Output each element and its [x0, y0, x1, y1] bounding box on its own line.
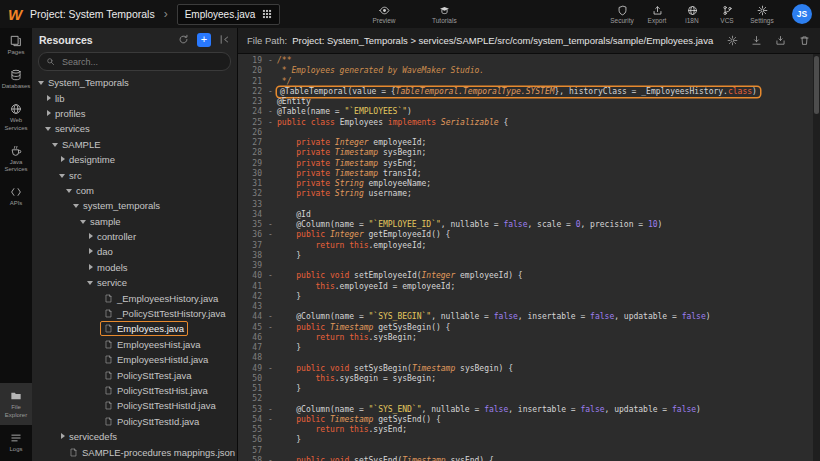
topbar-item-settings[interactable]: Settings	[750, 5, 774, 24]
settings-icon[interactable]	[727, 35, 738, 46]
code-line-52[interactable]: 52	[237, 394, 820, 404]
code-line-46[interactable]: 46 return this.sysBegin;	[237, 333, 820, 343]
tree-item-dao[interactable]: dao	[32, 244, 237, 259]
activity-item-pages[interactable]: Pages	[0, 28, 32, 62]
activity-item-file-explorer[interactable]: File Explorer	[0, 383, 32, 424]
code-line-54[interactable]: 54- public Timestamp getSysEnd() {	[237, 415, 820, 425]
tree-item-com[interactable]: com	[32, 183, 237, 198]
search-input[interactable]	[60, 56, 223, 68]
activity-item-java-services[interactable]: Java Services	[0, 138, 32, 179]
search-box[interactable]	[38, 52, 231, 71]
wavemaker-logo[interactable]: W	[0, 0, 30, 28]
caret-down-icon[interactable]	[72, 202, 80, 210]
fold-marker-icon[interactable]: -	[264, 312, 277, 322]
fold-marker-icon[interactable]: -	[264, 364, 277, 374]
fold-marker-icon[interactable]: -	[264, 405, 277, 415]
fold-marker-icon[interactable]: -	[264, 230, 277, 240]
code-line-56[interactable]: 56 }	[237, 435, 820, 445]
tree-item-src[interactable]: src	[32, 167, 237, 182]
file-tab[interactable]: Employees.java	[177, 4, 281, 25]
code-line-22[interactable]: 22-@TableTemporal(value = {TableTemporal…	[237, 87, 820, 97]
caret-right-icon[interactable]	[86, 263, 94, 271]
code-line-34[interactable]: 34 @Id	[237, 210, 820, 220]
code-line-27[interactable]: 27 private Integer employeeId;	[237, 138, 820, 148]
code-line-38[interactable]: 38 }	[237, 251, 820, 261]
fold-marker-icon[interactable]: -	[264, 56, 277, 66]
code-line-33[interactable]: 33	[237, 200, 820, 210]
fold-marker-icon[interactable]: -	[264, 118, 277, 128]
code-line-30[interactable]: 30 private Timestamp transId;	[237, 169, 820, 179]
activity-item-web-services[interactable]: Web Services	[0, 96, 32, 137]
code-line-44[interactable]: 44- @Column(name = "`SYS_BEGIN`", nullab…	[237, 312, 820, 322]
code-line-20[interactable]: 20 * Employees generated by WaveMaker St…	[237, 66, 820, 76]
tree-item-designtime[interactable]: designtime	[32, 152, 237, 167]
topbar-item-vcs[interactable]: VCS	[715, 5, 739, 24]
scrollbar-thumb[interactable]	[814, 56, 819, 114]
code-line-41[interactable]: 41 this.employeeId = employeeId;	[237, 282, 820, 292]
code-line-39[interactable]: 39	[237, 261, 820, 271]
tree-item-employeeshistid-java[interactable]: EmployeesHistId.java	[32, 352, 237, 367]
activity-item-databases[interactable]: Databases	[0, 62, 32, 96]
tree-item-policystttestid-java[interactable]: PolicySttTestId.java	[32, 414, 237, 429]
code-line-48[interactable]: 48	[237, 353, 820, 363]
vertical-scrollbar[interactable]	[813, 54, 820, 461]
caret-down-icon[interactable]	[37, 79, 45, 87]
topbar-item-preview[interactable]: Preview	[372, 5, 396, 24]
tree-item-sample[interactable]: SAMPLE	[32, 137, 237, 152]
code-line-32[interactable]: 32 private String username;	[237, 189, 820, 199]
tree-item-policystttesthist-java[interactable]: PolicySttTestHist.java	[32, 383, 237, 398]
tree-item-employeeshist-java[interactable]: EmployeesHist.java	[32, 337, 237, 352]
code-line-23[interactable]: 23@Entity	[237, 97, 820, 107]
tree-item-profiles[interactable]: profiles	[32, 106, 237, 121]
fold-marker-icon[interactable]: -	[264, 415, 277, 425]
tree-item-sample[interactable]: sample	[32, 214, 237, 229]
code-line-42[interactable]: 42 }	[237, 292, 820, 302]
code-line-45[interactable]: 45- public Timestamp getSysBegin() {	[237, 323, 820, 333]
code-line-19[interactable]: 19-/**	[237, 56, 820, 66]
caret-down-icon[interactable]	[51, 140, 59, 148]
tree-item-policystttesthistid-java[interactable]: PolicySttTestHistId.java	[32, 398, 237, 413]
add-resource-button[interactable]: +	[197, 33, 211, 47]
caret-right-icon[interactable]	[86, 248, 94, 256]
code-line-31[interactable]: 31 private String employeeName;	[237, 179, 820, 189]
download-icon[interactable]	[751, 35, 762, 46]
fold-marker-icon[interactable]: -	[264, 323, 277, 333]
tree-item-system-temporals[interactable]: system_temporals	[32, 198, 237, 213]
topbar-item-export[interactable]: Export	[645, 5, 669, 24]
fold-marker-icon[interactable]: -	[264, 271, 277, 281]
code-line-47[interactable]: 47 }	[237, 343, 820, 353]
caret-down-icon[interactable]	[44, 125, 52, 133]
topbar-item-i18n[interactable]: i18N	[680, 5, 704, 24]
code-line-28[interactable]: 28 private Timestamp sysBegin;	[237, 148, 820, 158]
caret-right-icon[interactable]	[44, 94, 52, 102]
caret-down-icon[interactable]	[86, 279, 94, 287]
activity-item-logs[interactable]: Logs	[0, 425, 32, 459]
tree-item-policystttest-java[interactable]: PolicySttTest.java	[32, 367, 237, 382]
apps-grid-icon[interactable]	[262, 9, 272, 19]
tree-item-controller[interactable]: controller	[32, 229, 237, 244]
code-editor[interactable]: 19-/**20 * Employees generated by WaveMa…	[237, 54, 820, 461]
code-line-24[interactable]: 24-@Table(name = "`EMPLOYEES`")	[237, 107, 820, 117]
tree-item-system-temporals[interactable]: System_Temporals	[32, 75, 237, 90]
refresh-icon[interactable]	[178, 34, 189, 45]
tree-item-service[interactable]: service	[32, 275, 237, 290]
tree-item-employeeshistory-java[interactable]: _EmployeesHistory.java	[32, 290, 237, 305]
fold-marker-icon[interactable]: -	[264, 456, 277, 461]
tree-item-sample-procedures-mappings-json[interactable]: SAMPLE-procedures mappings.json	[32, 444, 237, 459]
code-line-37[interactable]: 37 return this.employeeId;	[237, 241, 820, 251]
code-line-58[interactable]: 58- public void setSysEnd(Timestamp sysE…	[237, 456, 820, 461]
code-line-35[interactable]: 35- @Column(name = "`EMPLOYEE_ID`", null…	[237, 220, 820, 230]
code-line-36[interactable]: 36- public Integer getEmployeeId() {	[237, 230, 820, 240]
fold-marker-icon[interactable]: -	[264, 220, 277, 230]
code-line-25[interactable]: 25-public class Employees implements Ser…	[237, 118, 820, 128]
tree-item-lib[interactable]: lib	[32, 90, 237, 105]
code-line-53[interactable]: 53- @Column(name = "`SYS_END`", nullable…	[237, 405, 820, 415]
code-line-50[interactable]: 50 this.sysBegin = sysBegin;	[237, 374, 820, 384]
caret-right-icon[interactable]	[58, 433, 66, 441]
topbar-item-tutorials[interactable]: Tutorials	[432, 5, 457, 24]
caret-right-icon[interactable]	[44, 109, 52, 117]
tree-item-services[interactable]: services	[32, 121, 237, 136]
tree-item-models[interactable]: models	[32, 260, 237, 275]
code-line-43[interactable]: 43	[237, 302, 820, 312]
topbar-item-security[interactable]: Security	[610, 5, 634, 24]
